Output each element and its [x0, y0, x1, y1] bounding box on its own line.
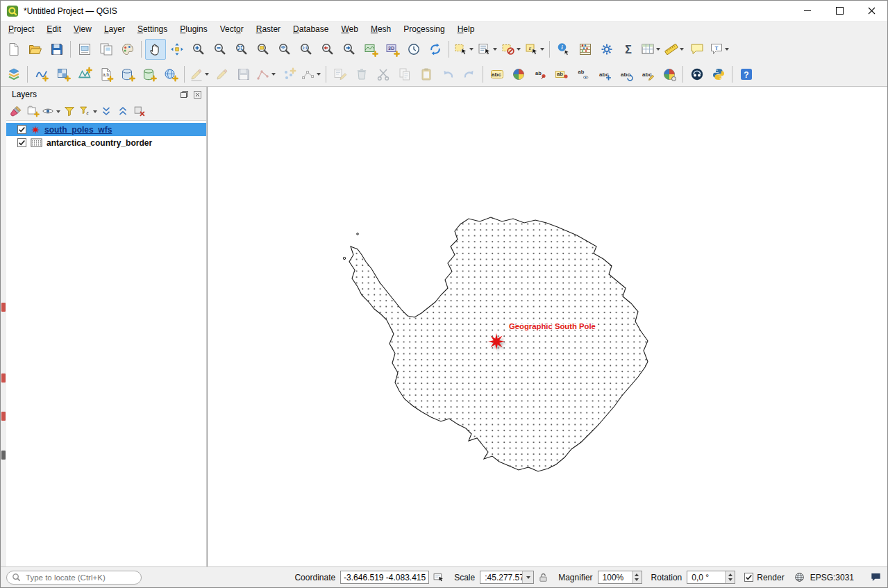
zoom-next-button[interactable]: [339, 39, 360, 60]
deselect-features-dropdown[interactable]: [516, 42, 522, 57]
processing-toolbox-button[interactable]: [596, 39, 617, 60]
select-features-button[interactable]: [453, 39, 476, 60]
panel-close-button[interactable]: [192, 90, 203, 100]
select-by-expression-dropdown[interactable]: [539, 42, 546, 57]
menu-vector[interactable]: Vector: [214, 23, 250, 35]
digitize-with-segment-dropdown[interactable]: [271, 67, 277, 82]
lock-scale-icon[interactable]: [537, 571, 549, 583]
scale-combo[interactable]: :45.277.572: [480, 571, 534, 584]
menu-mesh[interactable]: Mesh: [365, 23, 397, 35]
extents-toggle-icon[interactable]: [433, 571, 445, 584]
locate-search[interactable]: [6, 571, 142, 585]
layer-row-south_poles_wfs[interactable]: south_poles_wfs: [6, 123, 206, 136]
zoom-to-layer-button[interactable]: [274, 39, 295, 60]
menu-project[interactable]: Project: [2, 23, 40, 35]
panel-float-button[interactable]: [179, 90, 190, 100]
layer-visibility-checkbox[interactable]: [17, 125, 26, 134]
collapse-all-button[interactable]: [115, 103, 131, 119]
new-project-button[interactable]: [3, 39, 24, 60]
digitize-with-segment-button[interactable]: [255, 64, 278, 85]
select-by-value-dropdown[interactable]: [492, 42, 499, 57]
pin-labels-button[interactable]: ab: [530, 64, 551, 85]
metasearch-button[interactable]: [687, 64, 707, 85]
close-button[interactable]: [855, 1, 887, 21]
rotate-label-button[interactable]: abc: [616, 64, 637, 85]
filter-legend-button[interactable]: [61, 103, 78, 119]
show-layout-manager-button[interactable]: [96, 39, 117, 60]
select-by-value-button[interactable]: [476, 39, 499, 60]
field-calculator-button[interactable]: [575, 39, 596, 60]
undo-button[interactable]: [437, 64, 458, 85]
render-toggle[interactable]: Render: [744, 573, 784, 582]
rotation-down-button[interactable]: [725, 577, 735, 583]
save-project-button[interactable]: [47, 39, 67, 60]
move-label-button[interactable]: abc: [594, 64, 615, 85]
add-group-button[interactable]: [24, 103, 41, 119]
new-map-view-button[interactable]: [360, 39, 381, 60]
coordinate-input[interactable]: [340, 571, 429, 584]
manage-map-themes-dropdown[interactable]: [55, 103, 61, 119]
add-delimited-text-layer-button[interactable]: a,b: [96, 64, 117, 85]
show-hide-labels-button[interactable]: ab: [573, 64, 594, 85]
paste-features-button[interactable]: [416, 64, 437, 85]
menu-edit[interactable]: Edit: [40, 23, 67, 35]
zoom-full-button[interactable]: [231, 39, 252, 60]
magnifier-spinbox[interactable]: 100%: [598, 571, 642, 584]
vertex-tool-button[interactable]: [300, 64, 323, 85]
zoom-native-button[interactable]: 1:1: [296, 39, 317, 60]
add-spatialite-layer-button[interactable]: [139, 64, 160, 85]
scale-dropdown-button[interactable]: [522, 571, 533, 583]
manage-map-themes-button[interactable]: [41, 103, 61, 119]
vertex-tool-dropdown[interactable]: [316, 67, 322, 82]
pan-map-button[interactable]: [145, 39, 166, 60]
temporal-controller-button[interactable]: [403, 39, 424, 60]
delete-selected-button[interactable]: [351, 64, 372, 85]
messages-bubble-icon[interactable]: [870, 571, 882, 583]
filter-by-expression-dropdown[interactable]: [92, 103, 98, 119]
new-3d-map-view-button[interactable]: 3D: [382, 39, 403, 60]
layer-labeling-button[interactable]: abc: [487, 64, 508, 85]
open-data-source-manager-button[interactable]: [3, 64, 24, 85]
copy-features-button[interactable]: [394, 64, 415, 85]
remove-layer-button[interactable]: [131, 103, 148, 119]
open-layer-styling-button[interactable]: [8, 103, 24, 119]
layer-visibility-checkbox[interactable]: [17, 138, 26, 147]
modify-attributes-button[interactable]: [330, 64, 351, 85]
layer-diagram-button[interactable]: [508, 64, 529, 85]
expand-all-button[interactable]: [98, 103, 115, 119]
zoom-last-button[interactable]: [317, 39, 338, 60]
menu-processing[interactable]: Processing: [397, 23, 451, 35]
measure-button[interactable]: [663, 39, 686, 60]
open-project-button[interactable]: [25, 39, 46, 60]
add-raster-layer-button[interactable]: [53, 64, 74, 85]
zoom-out-button[interactable]: [210, 39, 231, 60]
highlight-pinned-labels-button[interactable]: ab: [551, 64, 572, 85]
menu-plugins[interactable]: Plugins: [174, 23, 213, 35]
map-tips-button[interactable]: [687, 39, 707, 60]
crs-status[interactable]: EPSG:3031: [810, 573, 854, 582]
attribute-table-button[interactable]: [639, 39, 662, 60]
add-postgis-layer-button[interactable]: [117, 64, 138, 85]
minimize-button[interactable]: [791, 1, 823, 21]
python-console-button[interactable]: [708, 64, 729, 85]
identify-features-button[interactable]: i: [553, 39, 574, 60]
magnifier-down-button[interactable]: [632, 577, 642, 583]
add-point-feature-button[interactable]: [278, 64, 299, 85]
redo-button[interactable]: [459, 64, 480, 85]
new-print-layout-button[interactable]: [74, 39, 95, 60]
add-mesh-layer-button[interactable]: [74, 64, 95, 85]
change-label-button[interactable]: abc: [637, 64, 658, 85]
render-checkbox[interactable]: [744, 573, 753, 582]
add-wms-layer-button[interactable]: [160, 64, 181, 85]
menu-view[interactable]: View: [67, 23, 98, 35]
select-by-expression-button[interactable]: ε: [523, 39, 546, 60]
new-annotation-button[interactable]: T: [708, 39, 731, 60]
locate-input[interactable]: [24, 573, 136, 582]
attribute-table-dropdown[interactable]: [655, 42, 662, 57]
diagram-options-button[interactable]: [659, 64, 680, 85]
zoom-to-selection-button[interactable]: [253, 39, 274, 60]
add-vector-layer-button[interactable]: [31, 64, 52, 85]
menu-settings[interactable]: Settings: [131, 23, 174, 35]
menu-help[interactable]: Help: [451, 23, 481, 35]
help-button[interactable]: ?: [736, 64, 757, 85]
